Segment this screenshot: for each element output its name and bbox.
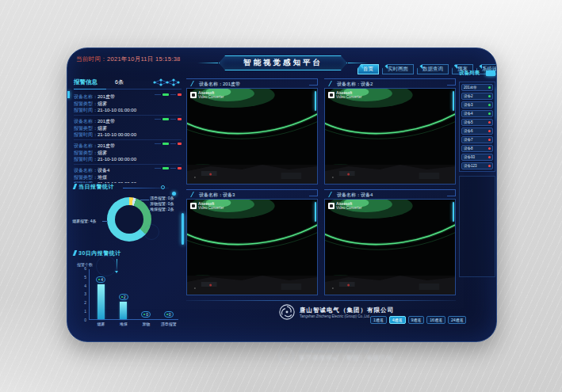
video-panel-2[interactable]: 设备名称：设备2 [324,78,456,185]
dismiss-button[interactable] [178,167,182,169]
bar-category-label: 违章报警 [161,322,177,326]
device-name: 设备5 [464,120,473,124]
device-name: 设备4 [464,112,473,116]
watermark: AiseesoftVideo Converter [328,92,361,99]
channel-button[interactable]: 24通道 [448,316,467,324]
device-list-item[interactable]: 设备123 [461,162,493,169]
alarm-time-label: 报警时间： [74,132,97,137]
device-name: 设备8 [464,147,473,150]
device-name: 设备123 [464,164,477,168]
device-status-dot [488,104,491,106]
device-value: 201皮带 [97,94,115,99]
device-status-dot [488,139,491,141]
confirm-button[interactable] [162,93,169,96]
video-panel-title: 设备名称：设备3 [186,189,318,199]
video-panel-3[interactable]: 设备名称：设备3 [186,189,318,295]
alarm-entry[interactable]: 设备名称：设备4 报警类型：堆煤 报警时间：21-10-10 00:00:00 [74,165,182,183]
panel-scrollbar[interactable] [315,202,316,222]
alarm-entry[interactable]: 设备名称：201皮带 报警类型：烟雾 报警时间：21-10-10 00:00:0… [74,140,182,165]
footer-divider [186,300,456,301]
video-feed[interactable]: AiseesoftVideo Converter [186,199,318,295]
dismiss-button[interactable] [178,143,182,145]
device-list-item[interactable]: 设备2 [461,93,493,100]
alarm-type-label: 报警类型： [74,126,97,131]
legend-item: 异物报警: 0条 [150,201,174,207]
device-status-dot [488,165,491,167]
edge-accent [67,91,70,98]
y-tick: 0 [77,318,86,322]
alarm-type-value: 堆煤 [97,175,107,180]
device-status-dot [488,147,491,150]
video-panel-4[interactable]: 设备名称：设备4 [324,189,456,295]
device-list-spacer [459,176,495,277]
panel-scrollbar[interactable] [453,91,454,111]
video-frame-image [325,200,455,295]
dismiss-button[interactable] [178,93,182,96]
device-list-scrollbar[interactable] [497,88,498,120]
bar-column: 0 异物 [135,267,158,319]
video-feed[interactable]: AiseesoftVideo Converter [324,88,456,185]
bar-value-badge: 0 [164,311,174,318]
monthly-stats-title: 30日内报警统计 [74,249,121,257]
alarm-entry[interactable]: 设备名称：201皮带 报警类型：烟雾 报警时间：21-10-10 00:00:0… [74,116,182,140]
watermark: AiseesoftVideo Converter [190,92,224,99]
device-list-item[interactable]: 设备6 [461,127,493,135]
company-name-cn: 唐山智诚电气（集团）有限公司 [300,306,394,314]
channel-button[interactable]: 16通道 [426,316,445,324]
nav-button[interactable]: 数据查询 [417,64,449,74]
legend-leader-line [102,221,108,222]
alarm-entry[interactable]: 设备名称：201皮带 报警类型：烟雾 报警时间：21-10-10 01:00:0… [74,91,182,116]
device-list-title: 设备列表 [459,70,480,77]
panel-scrollbar[interactable] [315,91,316,111]
video-feed[interactable]: AiseesoftVideo Converter [186,88,318,185]
y-tick: 5 [77,276,86,280]
donut-legend-right: 违章报警: 0条 异物报警: 0条 堆煤报警: 2条 [150,196,174,212]
dashboard-screen: 当前时间：2021年10月11日 15:15:38 智能视觉感知平台 首页实时画… [67,48,497,342]
panel-scrollbar[interactable] [453,202,454,222]
device-list-item[interactable]: 设备5 [461,119,493,126]
aiseesoft-logo-icon [190,203,197,209]
alarm-type-label: 报警类型： [74,150,97,155]
bar-column: 4 烟雾 [90,267,113,319]
device-list-item[interactable]: 设备93 [461,154,493,161]
video-frame-image [187,200,317,295]
nav-button[interactable]: 首页 [357,64,379,74]
device-label: 设备名称： [74,168,97,173]
confirm-button[interactable] [162,167,169,169]
confirm-button[interactable] [162,143,169,145]
device-list-item[interactable]: 设备4 [461,110,493,117]
control-track [155,143,161,144]
alarm-type-value: 烟雾 [97,126,107,131]
channel-button[interactable]: 1通道 [370,316,387,324]
aiseesoft-logo-icon [190,92,197,98]
control-track [155,119,161,120]
alarm-count-badge: 6条 [115,78,124,86]
alarm-entry-controls [155,143,182,145]
alarm-panel-title: 报警信息 [74,78,97,86]
device-name: 设备7 [464,138,473,142]
alarm-type-value: 烟雾 [97,101,107,106]
device-list-item[interactable]: 201皮带 [461,84,493,91]
alarm-type-value: 烟雾 [97,150,107,155]
current-time: 当前时间：2021年10月11日 15:15:38 [76,55,181,63]
control-track [170,168,177,169]
alarm-list: 设备名称：201皮带 报警类型：烟雾 报警时间：21-10-10 01:00:0… [74,91,182,183]
device-label: 设备名称： [74,119,97,124]
dismiss-button[interactable] [178,118,182,120]
alarm-entry-controls [155,118,182,120]
channel-button[interactable]: 4通道 [389,316,406,324]
video-feed[interactable]: AiseesoftVideo Converter [324,199,456,295]
alarm-time-label: 报警时间： [74,157,97,162]
legend-leader-line [140,200,149,200]
device-list-item[interactable]: 设备3 [461,101,493,108]
confirm-button[interactable] [162,118,169,120]
device-list-item[interactable]: 设备8 [461,145,493,152]
alarm-entry-controls [155,93,182,96]
nav-button[interactable]: 实时画面 [382,64,414,74]
channel-button[interactable]: 9通道 [408,316,425,324]
sidebar-scrollbar[interactable] [182,213,184,245]
device-name: 设备3 [464,103,473,107]
device-list-item[interactable]: 设备7 [461,136,493,143]
video-panel-1[interactable]: 设备名称：201皮带 [186,78,318,185]
device-list-collapse-button[interactable] [486,70,495,76]
